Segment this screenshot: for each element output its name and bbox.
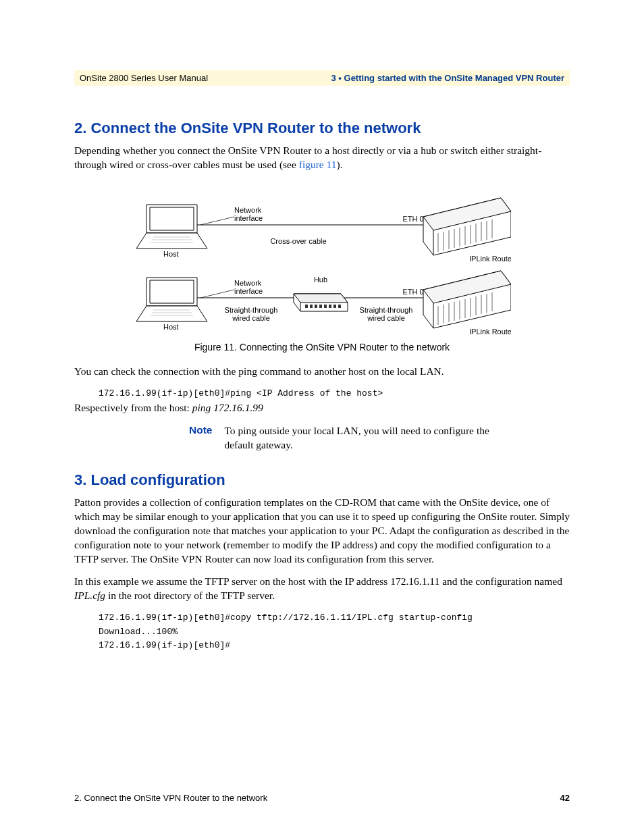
note-label: Note [189,424,212,452]
section-3-para-2: In this example we assume the TFTP serve… [74,575,570,603]
hub-label: Hub [314,276,327,284]
section-2-para-2: You can check the connection with the pi… [74,365,570,379]
straight-label-left: Straight-through [225,306,278,314]
straight-label-right: Straight-through [360,306,413,314]
header-chapter-title: 3 • Getting started with the OnSite Mana… [331,73,564,83]
svg-line-21 [200,290,234,298]
footer-section-title: 2. Connect the OnSite VPN Router to the … [74,793,267,803]
section-3-heading: 3. Load configuration [74,471,570,489]
router-top-icon [423,198,511,255]
svg-rect-28 [319,305,322,308]
svg-rect-31 [333,305,336,308]
svg-text:wired cable: wired cable [367,314,405,322]
svg-text:interface: interface [234,214,263,222]
network-interface-label-bottom: Network [234,279,262,287]
svg-text:wired cable: wired cable [232,314,270,322]
eth0-label-bottom: ETH 0 [402,288,423,296]
router-bottom-icon [423,271,511,328]
svg-rect-25 [305,305,308,308]
host-laptop-bottom-icon [136,278,207,321]
note-text: To ping outside your local LAN, you will… [224,424,508,452]
iplink-label-top: IPLink Router [469,255,511,263]
svg-line-4 [200,217,234,225]
host-label-bottom: Host [163,323,179,331]
section-2-para-1: Depending whether you connect the OnSite… [74,144,570,172]
header-doc-title: OnSite 2800 Series User Manual [80,73,208,83]
tftp-command-2: Download...100% [99,625,570,640]
section-2-para-3: Respectively from the host: ping 172.16.… [74,401,570,415]
svg-rect-27 [315,305,317,308]
page-header: OnSite 2800 Series User Manual 3 • Getti… [74,70,570,86]
page-footer: 2. Connect the OnSite VPN Router to the … [74,793,570,803]
tftp-command-3: 172.16.1.99(if-ip)[eth0]# [99,639,570,653]
svg-rect-26 [310,305,313,308]
svg-rect-29 [324,305,327,308]
svg-rect-32 [338,305,341,308]
figure-11-caption: Figure 11. Connecting the OnSite VPN Rou… [74,342,570,353]
host-label-top: Host [163,250,179,258]
svg-rect-30 [329,305,331,308]
figure-11-link[interactable]: figure 11 [299,159,337,170]
iplink-label-bottom: IPLink Router [469,328,511,336]
hub-icon [294,294,348,311]
ping-command: 172.16.1.99(if-ip)[eth0]#ping <IP Addres… [99,387,570,401]
network-interface-label-top: Network [234,206,262,214]
eth0-label-top: ETH 0 [402,215,423,223]
tftp-command-1: 172.16.1.99(if-ip)[eth0]#copy tftp://172… [99,611,570,625]
crossover-label: Cross-over cable [270,237,326,245]
section-3-para-1: Patton provides a collection of configur… [74,496,570,567]
note-block: Note To ping outside your local LAN, you… [189,424,570,452]
page-number: 42 [560,793,570,803]
network-diagram: Host Network interface Cross-over cable … [133,184,511,336]
svg-text:interface: interface [234,287,263,295]
host-laptop-top-icon [136,205,207,249]
section-2-heading: 2. Connect the OnSite VPN Router to the … [74,120,570,137]
